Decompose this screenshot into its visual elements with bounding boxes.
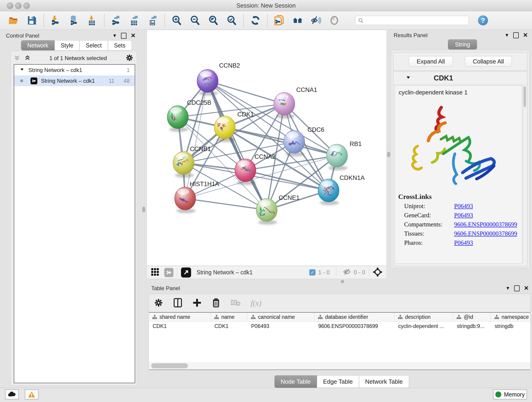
selected-counts: 1 - 0 [318,269,330,276]
hide-glyphs-eye-icon[interactable] [311,15,321,26]
share-document-icon[interactable] [274,15,285,26]
cloud-button[interactable] [5,389,19,400]
node-HIST1H1A[interactable]: HIST1H1A [175,181,219,213]
table-settings-gear-icon[interactable] [154,298,163,308]
bottom-splitter-handle[interactable] [341,280,344,283]
crosslink-label: Pharos: [404,239,454,246]
network-tree: String Network – cdk1 1 String Network –… [14,64,135,383]
results-panel-collapse-icon[interactable]: ▼ [505,32,509,38]
tab-edge-table[interactable]: Edge Table [317,375,359,388]
results-scrollbar[interactable] [523,85,527,264]
refresh-icon[interactable] [250,15,261,26]
control-panel-close-icon[interactable]: ✕ [131,32,136,39]
table-row[interactable]: CDK1 CDK1 P06493 9606.ENSP00000378699 cy… [149,322,530,331]
network-collection-row[interactable]: String Network – cdk1 1 [14,65,135,75]
add-column-icon[interactable] [192,298,202,308]
edge-CCNB2-CCNE1[interactable] [208,81,267,210]
open-in-window-icon[interactable] [181,268,191,278]
zoom-selected-icon[interactable] [226,15,237,26]
tab-select[interactable]: Select [80,40,108,51]
edge-CCNB2-CCNA1[interactable] [208,81,284,104]
tab-style[interactable]: Style [55,40,80,51]
delete-column-icon[interactable] [212,298,220,309]
table-toolbar: f(x) [154,297,261,309]
details-eye-icon[interactable] [329,15,340,26]
hidden-counts: 0 - 0 [354,269,365,276]
control-panel-collapse-icon[interactable]: ▼ [112,33,117,38]
expand-all-button[interactable]: Expand All [409,56,453,67]
crosslink-row: Pharos: P06493 [404,239,522,246]
string-view-icon[interactable] [164,268,173,277]
crosslink-link[interactable]: P06493 [454,212,473,219]
node-CDC6[interactable]: CDC6 [284,126,324,157]
crosslink-link[interactable]: P06493 [454,239,473,246]
import-table-icon[interactable] [87,15,98,26]
export-table-icon[interactable] [129,15,140,26]
column-header-namespace[interactable]: namespace [491,313,530,321]
import-network-icon[interactable] [51,15,61,26]
gene-expander-icon[interactable] [406,75,411,81]
tab-sets[interactable]: Sets [108,40,132,51]
zoom-out-icon[interactable] [190,15,200,26]
node-RB1[interactable]: RB1 [326,140,362,170]
show-columns-icon[interactable] [173,298,182,308]
table-panel-float-icon[interactable] [514,285,520,291]
grid-view-icon[interactable] [151,268,160,278]
export-image-icon[interactable] [147,15,158,26]
tab-network-table[interactable]: Network Table [359,375,409,388]
collapse-all-button[interactable]: Collapse All [465,56,512,67]
network-row[interactable]: String Network – cdk1 11 48 [14,75,135,86]
node-CDKN1A[interactable]: CDKN1A [318,174,365,205]
column-header-canonical-name[interactable]: canonical name [247,313,315,321]
node-label-CDC25B: CDC25B [187,99,211,106]
column-header-id[interactable]: @id [453,313,491,321]
column-header-description[interactable]: description [394,313,453,321]
expand-all-networks-icon[interactable] [24,55,31,62]
results-panel-close-icon[interactable]: ✕ [523,32,528,39]
network-view-dot-icon [20,79,23,82]
column-header-name[interactable]: name [211,313,247,321]
network-canvas[interactable]: CCNB2CCNA1CDC25BCDK1CDC6RB1CCNB1CCNA2CDK… [147,30,386,266]
column-header-database-identifier[interactable]: database identifier [315,313,394,321]
cell-id: stringdb:9... [453,322,491,331]
crosslink-link[interactable]: 9606.ENSP00000378699 [454,221,517,228]
warnings-button[interactable] [25,389,38,400]
table-horizontal-scrollbar[interactable] [149,362,530,370]
memory-status-dot [495,391,501,397]
tab-network[interactable]: Network [21,40,55,51]
birds-eye-view-icon[interactable] [373,267,382,278]
table-panel-close-icon[interactable]: ✕ [524,285,529,292]
memory-button[interactable]: Memory [493,389,527,400]
search-input[interactable] [355,16,469,25]
save-session-icon[interactable] [27,15,37,26]
network-options-gear-icon[interactable] [126,54,133,63]
column-header-shared-name[interactable]: shared name [149,313,211,321]
scrollbar-thumb[interactable] [151,363,188,368]
node-CCNE1[interactable]: CCNE1 [256,194,300,225]
selected-checkbox-icon[interactable]: ✓ [309,269,316,275]
edge-HIST1H1A-CCNE1[interactable] [185,198,267,210]
import-network-from-database-icon[interactable] [69,15,79,26]
tab-node-table[interactable]: Node Table [274,375,317,388]
node-label-HIST1H1A: HIST1H1A [190,181,219,187]
right-splitter-handle[interactable] [387,152,390,157]
network-view[interactable]: CCNB2CCNA1CDC25BCDK1CDC6RB1CCNB1CCNA2CDK… [147,30,387,266]
table-panel-collapse-icon[interactable]: ▼ [505,286,510,291]
open-session-icon[interactable] [8,15,19,26]
crosslink-link[interactable]: P06493 [454,203,473,210]
node-CCNA1[interactable]: CCNA1 [274,86,317,119]
tab-string[interactable]: String [448,39,477,50]
results-panel-float-icon[interactable] [513,32,519,38]
node-table: shared name name canonical name database… [149,312,530,363]
collection-expander-icon[interactable] [20,67,24,73]
collapse-all-networks-icon[interactable] [14,55,20,62]
string-home-icon[interactable] [292,15,303,26]
control-panel-float-icon[interactable] [121,33,127,39]
export-network-icon[interactable] [111,15,121,26]
gene-name: CDK1 [434,74,453,82]
zoom-in-icon[interactable] [171,15,182,26]
crosslink-link[interactable]: 9606.ENSP00000378699 [454,230,517,237]
help-icon[interactable]: ? [478,15,488,26]
left-splitter-handle[interactable] [142,207,145,212]
zoom-fit-icon[interactable] [208,15,219,26]
